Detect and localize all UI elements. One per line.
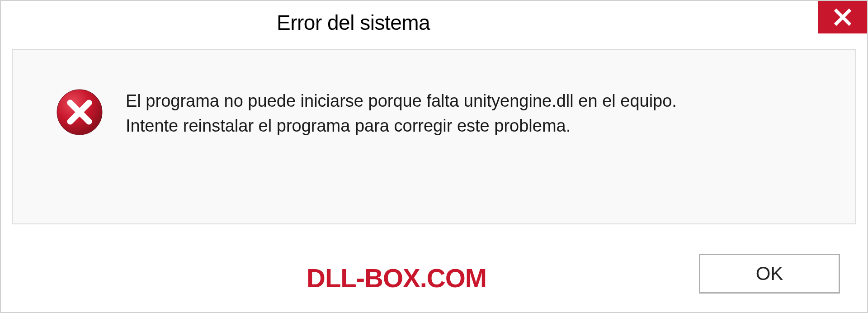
titlebar: Error del sistema (1, 1, 867, 44)
dialog-title: Error del sistema (277, 10, 430, 35)
message-line-1: El programa no puede iniciarse porque fa… (126, 89, 677, 114)
content-area: El programa no puede iniciarse porque fa… (12, 49, 856, 224)
ok-button[interactable]: OK (699, 254, 840, 294)
message-line-2: Intente reinstalar el programa para corr… (126, 114, 677, 138)
watermark-text: DLL-BOX.COM (307, 263, 486, 293)
error-message: El programa no puede iniciarse porque fa… (126, 89, 677, 138)
dialog-footer: DLL-BOX.COM OK (1, 235, 867, 312)
error-icon (56, 89, 103, 136)
close-button[interactable] (818, 1, 867, 33)
error-dialog: Error del sistema El program (0, 0, 868, 313)
close-icon (833, 8, 852, 27)
